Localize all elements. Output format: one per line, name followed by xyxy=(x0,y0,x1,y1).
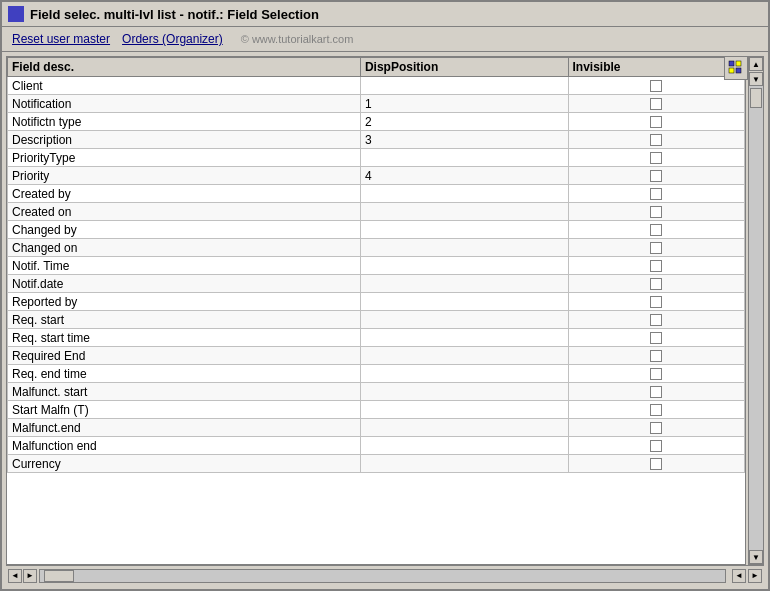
invisible-cell[interactable] xyxy=(568,221,744,239)
disp-position-cell[interactable] xyxy=(360,383,568,401)
invisible-checkbox[interactable] xyxy=(650,440,662,452)
title-bar: Field selec. multi-lvl list - notif.: Fi… xyxy=(2,2,768,27)
invisible-checkbox[interactable] xyxy=(650,278,662,290)
scroll-down-small-button[interactable]: ▼ xyxy=(749,72,763,86)
invisible-cell[interactable] xyxy=(568,131,744,149)
scroll-track xyxy=(749,86,763,550)
field-selection-table: Field desc. DispPosition Invisible Clien… xyxy=(7,57,745,473)
menu-reset-user-master[interactable]: Reset user master xyxy=(8,30,114,48)
invisible-cell[interactable] xyxy=(568,383,744,401)
invisible-checkbox[interactable] xyxy=(650,224,662,236)
scroll-up-button[interactable]: ▲ xyxy=(749,57,763,71)
hscroll-right-small-button[interactable]: ► xyxy=(23,569,37,583)
watermark: © www.tutorialkart.com xyxy=(241,33,354,45)
invisible-checkbox[interactable] xyxy=(650,350,662,362)
disp-position-cell[interactable]: 3 xyxy=(360,131,568,149)
table-row: Required End xyxy=(8,347,745,365)
invisible-checkbox[interactable] xyxy=(650,368,662,380)
scroll-thumb[interactable] xyxy=(750,88,762,108)
field-desc-cell: Reported by xyxy=(8,293,361,311)
disp-position-cell[interactable]: 1 xyxy=(360,95,568,113)
scroll-down-button[interactable]: ▼ xyxy=(749,550,763,564)
invisible-checkbox[interactable] xyxy=(650,458,662,470)
disp-position-cell[interactable] xyxy=(360,293,568,311)
field-desc-cell: Notification xyxy=(8,95,361,113)
disp-position-cell[interactable] xyxy=(360,311,568,329)
disp-position-cell[interactable] xyxy=(360,185,568,203)
nav-right-button[interactable]: ► xyxy=(748,569,762,583)
invisible-cell[interactable] xyxy=(568,257,744,275)
invisible-cell[interactable] xyxy=(568,95,744,113)
invisible-checkbox[interactable] xyxy=(650,80,662,92)
invisible-checkbox[interactable] xyxy=(650,134,662,146)
invisible-cell[interactable] xyxy=(568,203,744,221)
invisible-checkbox[interactable] xyxy=(650,386,662,398)
disp-position-cell[interactable] xyxy=(360,275,568,293)
disp-position-cell[interactable] xyxy=(360,329,568,347)
invisible-cell[interactable] xyxy=(568,401,744,419)
invisible-checkbox[interactable] xyxy=(650,332,662,344)
invisible-checkbox[interactable] xyxy=(650,404,662,416)
invisible-cell[interactable] xyxy=(568,275,744,293)
disp-position-cell[interactable] xyxy=(360,401,568,419)
invisible-cell[interactable] xyxy=(568,185,744,203)
invisible-cell[interactable] xyxy=(568,347,744,365)
disp-position-cell[interactable] xyxy=(360,221,568,239)
disp-position-cell[interactable] xyxy=(360,365,568,383)
table-container: Field desc. DispPosition Invisible Clien… xyxy=(6,56,764,565)
invisible-checkbox[interactable] xyxy=(650,242,662,254)
disp-position-cell[interactable] xyxy=(360,455,568,473)
invisible-cell[interactable] xyxy=(568,149,744,167)
invisible-checkbox[interactable] xyxy=(650,116,662,128)
invisible-checkbox[interactable] xyxy=(650,170,662,182)
table-row: Start Malfn (T) xyxy=(8,401,745,419)
invisible-cell[interactable] xyxy=(568,329,744,347)
invisible-cell[interactable] xyxy=(568,293,744,311)
nav-left-button[interactable]: ◄ xyxy=(732,569,746,583)
invisible-checkbox[interactable] xyxy=(650,422,662,434)
disp-position-cell[interactable] xyxy=(360,203,568,221)
field-desc-cell: Required End xyxy=(8,347,361,365)
disp-position-cell[interactable] xyxy=(360,257,568,275)
invisible-checkbox[interactable] xyxy=(650,152,662,164)
field-desc-cell: Req. start xyxy=(8,311,361,329)
invisible-checkbox[interactable] xyxy=(650,98,662,110)
invisible-cell[interactable] xyxy=(568,365,744,383)
invisible-cell[interactable] xyxy=(568,167,744,185)
col-header-invisible: Invisible xyxy=(568,58,744,77)
invisible-checkbox[interactable] xyxy=(650,296,662,308)
disp-position-cell[interactable] xyxy=(360,77,568,95)
invisible-cell[interactable] xyxy=(568,77,744,95)
invisible-cell[interactable] xyxy=(568,455,744,473)
hscroll-thumb[interactable] xyxy=(44,570,74,582)
disp-position-cell[interactable] xyxy=(360,419,568,437)
invisible-cell[interactable] xyxy=(568,437,744,455)
invisible-checkbox[interactable] xyxy=(650,188,662,200)
disp-position-cell[interactable]: 4 xyxy=(360,167,568,185)
invisible-cell[interactable] xyxy=(568,419,744,437)
field-desc-cell: Notif. Time xyxy=(8,257,361,275)
invisible-checkbox[interactable] xyxy=(650,206,662,218)
invisible-cell[interactable] xyxy=(568,113,744,131)
grid-icon-button[interactable] xyxy=(724,56,748,80)
menu-bar: Reset user master Orders (Organizer) © w… xyxy=(2,27,768,52)
hscroll-left-button[interactable]: ◄ xyxy=(8,569,22,583)
field-desc-cell: Req. start time xyxy=(8,329,361,347)
vertical-scrollbar[interactable]: ▲ ▼ ▼ xyxy=(748,56,764,565)
disp-position-cell[interactable] xyxy=(360,239,568,257)
main-window: Field selec. multi-lvl list - notif.: Fi… xyxy=(0,0,770,591)
invisible-checkbox[interactable] xyxy=(650,260,662,272)
table-row: Changed on xyxy=(8,239,745,257)
svg-rect-0 xyxy=(729,61,734,66)
field-desc-cell: Changed on xyxy=(8,239,361,257)
disp-position-cell[interactable]: 2 xyxy=(360,113,568,131)
menu-orders-organizer[interactable]: Orders (Organizer) xyxy=(118,30,227,48)
field-desc-cell: Malfunct.end xyxy=(8,419,361,437)
invisible-cell[interactable] xyxy=(568,311,744,329)
disp-position-cell[interactable] xyxy=(360,437,568,455)
disp-position-cell[interactable] xyxy=(360,347,568,365)
invisible-checkbox[interactable] xyxy=(650,314,662,326)
invisible-cell[interactable] xyxy=(568,239,744,257)
disp-position-cell[interactable] xyxy=(360,149,568,167)
field-desc-cell: PriorityType xyxy=(8,149,361,167)
